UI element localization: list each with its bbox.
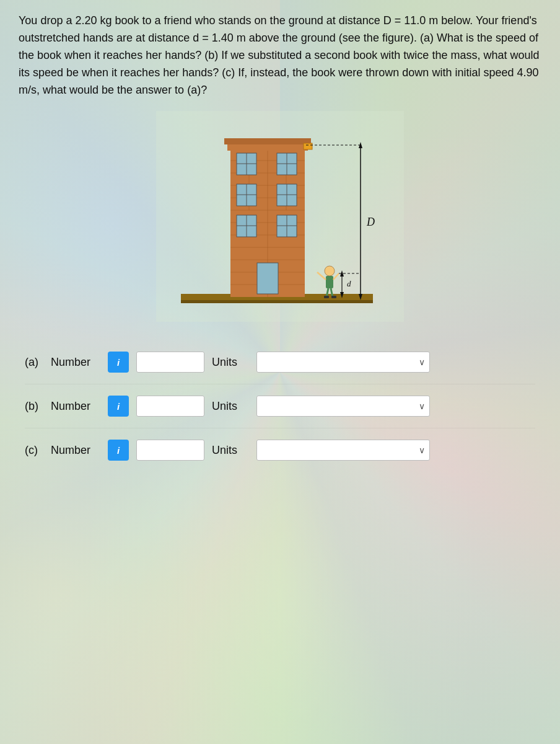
answers-section: (a) Number i Units m/s km/h ft/s (b) Num…: [19, 340, 541, 472]
figure-container: D d: [19, 111, 541, 322]
svg-rect-61: [304, 143, 312, 149]
part-c-units-label: Units: [212, 444, 249, 457]
svg-rect-46: [326, 276, 333, 288]
part-a-info-button[interactable]: i: [108, 352, 129, 373]
part-c-label: (c): [25, 444, 43, 457]
svg-text:d: d: [347, 279, 351, 288]
svg-rect-44: [257, 263, 278, 294]
part-c-units-wrapper: m/s km/h ft/s: [256, 440, 430, 461]
answer-row-b: (b) Number i Units m/s km/h ft/s: [25, 384, 535, 428]
part-b-number-label: Number: [51, 400, 100, 413]
part-a-number-label: Number: [51, 356, 100, 369]
part-a-number-input[interactable]: [136, 352, 204, 373]
part-a-units-select[interactable]: m/s km/h ft/s: [256, 352, 430, 373]
svg-rect-52: [331, 296, 336, 298]
part-b-label: (b): [25, 400, 43, 413]
answer-row-a: (a) Number i Units m/s km/h ft/s: [25, 340, 535, 384]
svg-rect-2: [181, 300, 373, 303]
svg-rect-51: [324, 296, 329, 298]
part-b-info-button[interactable]: i: [108, 396, 129, 417]
part-c-number-label: Number: [51, 444, 100, 457]
part-b-number-input[interactable]: [136, 396, 204, 417]
part-b-units-select[interactable]: m/s km/h ft/s: [256, 396, 430, 417]
physics-figure: D d: [156, 111, 404, 322]
part-b-units-label: Units: [212, 400, 249, 413]
part-a-units-wrapper: m/s km/h ft/s: [256, 352, 430, 373]
svg-rect-25: [224, 138, 311, 144]
page-container: You drop a 2.20 kg book to a friend who …: [0, 0, 560, 484]
part-b-units-wrapper: m/s km/h ft/s: [256, 396, 430, 417]
part-c-units-select[interactable]: m/s km/h ft/s: [256, 440, 430, 461]
part-a-units-label: Units: [212, 356, 249, 369]
problem-text: You drop a 2.20 kg book to a friend who …: [19, 12, 541, 99]
part-c-info-button[interactable]: i: [108, 440, 129, 461]
svg-point-45: [325, 266, 335, 276]
svg-text:D: D: [366, 216, 375, 228]
part-c-number-input[interactable]: [136, 440, 204, 461]
part-a-label: (a): [25, 356, 43, 369]
answer-row-c: (c) Number i Units m/s km/h ft/s: [25, 428, 535, 472]
